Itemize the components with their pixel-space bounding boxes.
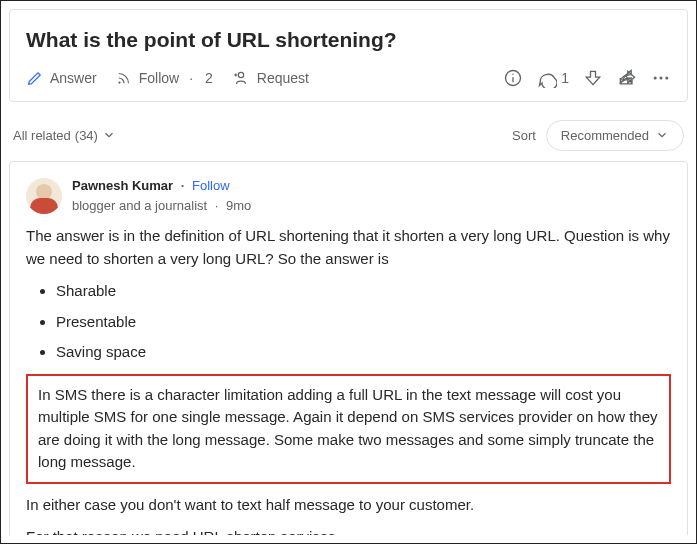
svg-point-1: [238, 72, 243, 77]
comment-count: 1: [561, 68, 569, 89]
filter-row: All related (34) Sort Recommended: [9, 112, 688, 162]
action-row: Answer Follow · 2 Request: [26, 68, 671, 89]
request-label: Request: [257, 68, 309, 89]
downvote-icon: [583, 68, 603, 88]
answer-label: Answer: [50, 68, 97, 89]
sort-value: Recommended: [561, 126, 649, 146]
share-button[interactable]: [617, 68, 637, 88]
person-plus-icon: [231, 69, 251, 87]
request-button[interactable]: Request: [231, 68, 309, 89]
share-icon: [617, 68, 637, 88]
comments-button[interactable]: 1: [537, 68, 569, 89]
sort-dropdown[interactable]: Recommended: [546, 120, 684, 152]
author-name[interactable]: Pawnesh Kumar: [72, 178, 173, 193]
more-icon: [651, 68, 671, 88]
svg-point-5: [654, 77, 657, 80]
info-icon: [503, 68, 523, 88]
author-follow-link[interactable]: Follow: [192, 178, 230, 193]
highlighted-paragraph: In SMS there is a character limitation a…: [26, 374, 671, 484]
svg-point-7: [665, 77, 668, 80]
filter-count: (34): [75, 126, 98, 146]
downvote-button[interactable]: [583, 68, 603, 88]
info-button[interactable]: [503, 68, 523, 88]
filter-dropdown[interactable]: All related (34): [13, 126, 116, 146]
svg-point-4: [513, 74, 514, 75]
svg-point-0: [118, 81, 120, 83]
svg-point-6: [660, 77, 663, 80]
avatar[interactable]: [26, 178, 62, 214]
follow-count: 2: [205, 68, 213, 89]
follow-button[interactable]: Follow · 2: [115, 68, 213, 89]
list-item: Presentable: [56, 311, 671, 334]
list-item: Sharable: [56, 280, 671, 303]
comment-icon: [537, 68, 557, 88]
chevron-down-icon: [102, 128, 116, 142]
sort-label: Sort: [512, 126, 536, 146]
answer-card: Pawnesh Kumar · Follow blogger and a jou…: [9, 161, 688, 535]
answer-p1: The answer is in the definition of URL s…: [26, 225, 671, 270]
answer-bullets: Sharable Presentable Saving space: [56, 280, 671, 364]
answer-p4: For that reason we need URL shorten serv…: [26, 526, 671, 535]
answer-time[interactable]: 9mo: [226, 198, 251, 213]
answer-p3: In either case you don't want to text ha…: [26, 494, 671, 517]
author-row: Pawnesh Kumar · Follow blogger and a jou…: [26, 176, 671, 215]
follow-label: Follow: [139, 68, 179, 89]
answer-body: The answer is in the definition of URL s…: [26, 225, 671, 535]
more-button[interactable]: [651, 68, 671, 88]
question-title: What is the point of URL shortening?: [26, 24, 671, 56]
edit-icon: [26, 69, 44, 87]
author-bio: blogger and a journalist: [72, 198, 207, 213]
filter-label: All related: [13, 126, 71, 146]
answer-button[interactable]: Answer: [26, 68, 97, 89]
list-item: Saving space: [56, 341, 671, 364]
chevron-down-icon: [655, 128, 669, 142]
question-card: What is the point of URL shortening? Ans…: [9, 9, 688, 102]
rss-icon: [115, 69, 133, 87]
